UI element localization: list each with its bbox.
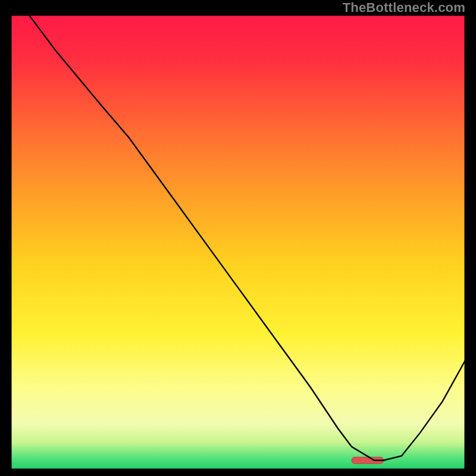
bottleneck-chart bbox=[11, 15, 465, 469]
watermark-text: TheBottleneck.com bbox=[343, 0, 465, 15]
gradient-background bbox=[11, 15, 465, 469]
chart-frame bbox=[11, 15, 465, 469]
